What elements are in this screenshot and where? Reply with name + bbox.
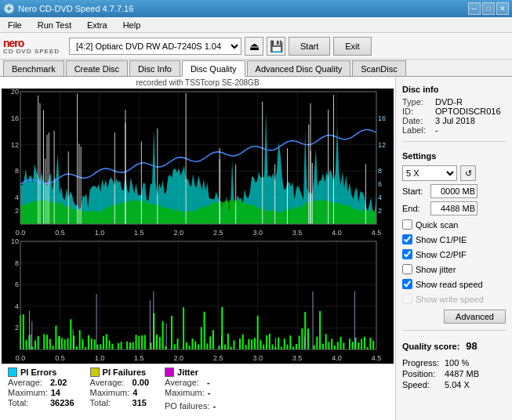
checkbox-show-jitter[interactable]: Show jitter bbox=[402, 264, 506, 274]
pi-errors-maximum: Maximum: 14 bbox=[8, 388, 74, 397]
pi-failures-total: Total: 315 bbox=[90, 398, 149, 407]
start-input[interactable] bbox=[430, 184, 478, 198]
window-title: Nero CD-DVD Speed 4.7.7.16 bbox=[18, 4, 133, 13]
chart-area: recorded with TSSTcorp SE-208GB PI Error… bbox=[0, 77, 396, 420]
minimize-button[interactable]: ─ bbox=[468, 2, 481, 15]
chart-title: recorded with TSSTcorp SE-208GB bbox=[2, 78, 394, 87]
show-jitter-checkbox[interactable] bbox=[402, 264, 412, 274]
title-bar: 💿 Nero CD-DVD Speed 4.7.7.16 ─ □ ✕ bbox=[0, 0, 512, 17]
checkbox-show-c2pif[interactable]: Show C2/PIF bbox=[402, 249, 506, 259]
tab-create-disc[interactable]: Create Disc bbox=[66, 60, 128, 76]
title-bar-left: 💿 Nero CD-DVD Speed 4.7.7.16 bbox=[3, 3, 133, 14]
show-c1pie-checkbox[interactable] bbox=[402, 234, 412, 244]
checkbox-quick-scan[interactable]: Quick scan bbox=[402, 219, 506, 230]
start-button[interactable]: Start bbox=[289, 37, 330, 56]
pi-failures-average: Average: 0.00 bbox=[90, 378, 149, 387]
menu-help[interactable]: Help bbox=[118, 19, 146, 31]
pi-errors-label: PI Errors bbox=[8, 368, 74, 377]
nero-logo: nero CD·DVD SPEED bbox=[3, 38, 60, 55]
checkbox-show-write-speed: Show write speed bbox=[402, 294, 506, 304]
divider-1 bbox=[402, 141, 506, 142]
start-mb-row: Start: bbox=[402, 184, 506, 198]
checkbox-show-read-speed[interactable]: Show read speed bbox=[402, 279, 506, 289]
pi-failures-label: PI Failures bbox=[90, 368, 149, 377]
tab-scan-disc[interactable]: ScanDisc bbox=[352, 60, 405, 76]
show-c2pif-checkbox[interactable] bbox=[402, 249, 412, 259]
advanced-button[interactable]: Advanced bbox=[444, 310, 506, 324]
save-button[interactable]: 💾 bbox=[267, 37, 285, 56]
nero-logo-sub: CD·DVD SPEED bbox=[3, 49, 60, 55]
show-read-speed-checkbox[interactable] bbox=[402, 279, 412, 289]
menu-extra[interactable]: Extra bbox=[82, 19, 112, 31]
main-content: recorded with TSSTcorp SE-208GB PI Error… bbox=[0, 77, 512, 420]
disc-info-type: Type: DVD-R bbox=[402, 97, 506, 107]
disc-info-title: Disc info bbox=[402, 85, 506, 94]
toolbar: nero CD·DVD SPEED [4:2] Optiarc DVD RW A… bbox=[0, 33, 512, 60]
end-input[interactable] bbox=[430, 201, 478, 215]
jitter-group: Jitter Average: - Maximum: - PO failures… bbox=[165, 368, 216, 415]
speed-row: Speed: 5.04 X bbox=[402, 380, 506, 389]
settings-refresh-button[interactable]: ↺ bbox=[460, 165, 476, 181]
pi-errors-color bbox=[8, 368, 17, 377]
end-mb-row: End: bbox=[402, 201, 506, 215]
disc-info-date: Date: 3 Jul 2018 bbox=[402, 116, 506, 125]
settings-speed-row: 5 X 4 X 8 X Maximum ↺ bbox=[402, 165, 506, 181]
stats-bar: PI Errors Average: 2.02 Maximum: 14 Tota… bbox=[2, 364, 394, 418]
window-close-button[interactable]: ✕ bbox=[496, 2, 509, 15]
tab-bar: Benchmark Create Disc Disc Info Disc Qua… bbox=[0, 60, 512, 77]
show-write-speed-checkbox bbox=[402, 294, 412, 304]
settings-title: Settings bbox=[402, 151, 506, 161]
checkbox-show-c1pie[interactable]: Show C1/PIE bbox=[402, 234, 506, 244]
title-bar-controls: ─ □ ✕ bbox=[468, 2, 509, 15]
disc-info-label: Label: - bbox=[402, 125, 506, 135]
tab-disc-quality[interactable]: Disc Quality bbox=[182, 60, 245, 77]
tab-disc-info[interactable]: Disc Info bbox=[129, 60, 180, 76]
nero-logo-text: nero bbox=[3, 38, 60, 49]
position-row: Position: 4487 MB bbox=[402, 369, 506, 378]
po-failures: PO failures: - bbox=[165, 401, 216, 411]
jitter-color bbox=[165, 368, 174, 377]
tab-advanced-disc-quality[interactable]: Advanced Disc Quality bbox=[247, 60, 351, 76]
jitter-average: Average: - bbox=[165, 378, 216, 387]
quick-scan-checkbox[interactable] bbox=[402, 219, 412, 230]
maximize-button[interactable]: □ bbox=[482, 2, 495, 15]
divider-2 bbox=[402, 330, 506, 331]
tab-benchmark[interactable]: Benchmark bbox=[3, 60, 64, 76]
disc-info-table: Type: DVD-R ID: OPTODISCR016 Date: 3 Jul… bbox=[402, 97, 506, 135]
drive-select[interactable]: [4:2] Optiarc DVD RW AD-7240S 1.04 bbox=[69, 38, 241, 55]
pi-failures-maximum: Maximum: 4 bbox=[90, 388, 149, 397]
jitter-label: Jitter bbox=[165, 368, 216, 377]
pi-failures-color bbox=[90, 368, 100, 377]
menu-file[interactable]: File bbox=[3, 19, 27, 31]
lower-chart bbox=[2, 238, 394, 364]
pi-errors-average: Average: 2.02 bbox=[8, 378, 74, 387]
close-button[interactable]: Exit bbox=[333, 37, 371, 56]
app-icon: 💿 bbox=[3, 3, 15, 14]
menu-bar: File Run Test Extra Help bbox=[0, 17, 512, 33]
charts-container bbox=[2, 89, 394, 364]
upper-chart bbox=[2, 89, 394, 238]
disc-info-id: ID: OPTODISCR016 bbox=[402, 107, 506, 116]
progress-row: Progress: 100 % bbox=[402, 358, 506, 368]
pi-errors-total: Total: 36236 bbox=[8, 398, 74, 407]
quality-score-row: Quality score: 98 bbox=[402, 340, 506, 352]
pi-errors-group: PI Errors Average: 2.02 Maximum: 14 Tota… bbox=[8, 368, 74, 415]
pi-failures-group: PI Failures Average: 0.00 Maximum: 4 Tot… bbox=[90, 368, 149, 415]
right-panel: Disc info Type: DVD-R ID: OPTODISCR016 D… bbox=[396, 77, 512, 420]
menu-run-test[interactable]: Run Test bbox=[33, 19, 76, 31]
progress-section: Progress: 100 % Position: 4487 MB Speed:… bbox=[402, 358, 506, 389]
speed-select[interactable]: 5 X 4 X 8 X Maximum bbox=[402, 165, 457, 181]
jitter-maximum: Maximum: - bbox=[165, 388, 216, 397]
eject-button[interactable]: ⏏ bbox=[245, 37, 263, 56]
